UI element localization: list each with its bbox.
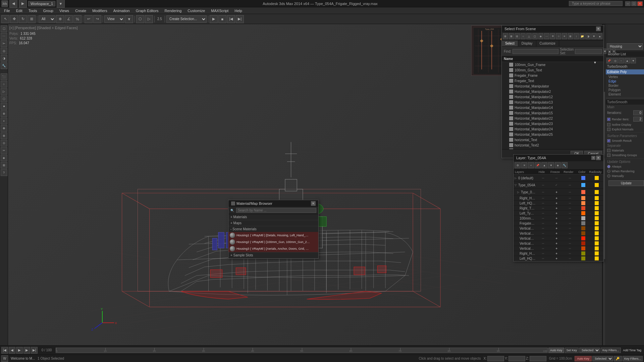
menu-animation[interactable]: Animation [111,8,132,13]
smoothing-checkbox[interactable] [607,154,610,157]
menu-file[interactable]: File [1,8,13,13]
d-sort-btn[interactable]: ↕ [574,33,579,39]
layer-move-up-btn[interactable]: ▲ [541,162,547,168]
list-item[interactable]: 100mm_Gun_Frame [502,62,603,67]
sel-set-dropdown[interactable]: ▼ [603,49,606,54]
menu-maxscript[interactable]: MAXScript [208,8,231,13]
filter-dropdown[interactable]: All [39,15,55,23]
key-filters-btn[interactable]: Key Filters... [601,348,621,353]
menu-edit[interactable]: Edit [13,8,25,13]
display-btn[interactable]: ◑ [1,55,7,62]
layer-item[interactable]: ▷ Type_054A_Mani... ─ ✦ ─ [514,189,603,196]
layer-item[interactable]: 100mm_Gun_Fr... ─ ✦ ─ [514,216,603,221]
lt6[interactable]: ⊕ [1,110,7,117]
layer-item[interactable]: Right_HQ_16_Te... ─ ✦ ─ [514,251,603,256]
d-deselect[interactable]: ⊠ [509,33,514,39]
status-key-filters[interactable]: Key Filters... [623,356,643,361]
mat-close-btn[interactable]: ✕ [311,201,316,206]
list-item[interactable]: Horizontal_Manipulator15 [502,110,603,116]
expand-icon[interactable]: ▷ [516,189,520,195]
color-sq[interactable] [577,190,590,194]
list-item[interactable]: Horizontal_Manipulator13 [502,100,603,105]
add-time-tag-btn[interactable]: Add Time Tag [622,349,643,352]
menu-graph-editors[interactable]: Graph Editors [133,8,161,13]
list-item[interactable]: Fregate_Text [502,78,603,83]
select-tool[interactable]: ↖ [1,15,9,23]
color-sq[interactable] [577,176,590,180]
radio-sq[interactable] [590,183,603,187]
maps-header[interactable]: + Maps [228,220,318,226]
lt7[interactable]: ⌖ [1,118,7,124]
selected-dropdown[interactable]: Selected [579,348,600,353]
layer-item[interactable]: Right_HQ_16_Fr... ─ ✦ ─ [514,196,603,201]
layer-item[interactable]: Left_Type_730... ─ ✦ ─ [514,211,603,216]
color-sq[interactable] [577,183,590,187]
layer-item[interactable]: Vertical_Manipu... ─ ✦ ─ [514,246,603,251]
tab-display[interactable]: Display [518,41,536,46]
color-sq[interactable] [577,206,590,210]
color-sq[interactable] [577,211,590,215]
prev-frame-btn[interactable]: ◀ [9,347,15,354]
d-filter6[interactable]: ⭘ [550,33,555,39]
sub-polygon[interactable]: Polygon [606,88,644,92]
view-dropdown[interactable]: View [104,15,124,23]
list-item[interactable]: Horizontal_Manipulator22 [502,116,603,121]
maximize-button[interactable]: □ [631,1,637,6]
d-icon-view[interactable]: ⊞ [568,33,573,39]
mod-sub-btn[interactable]: − [619,58,624,63]
list-item[interactable]: Horizontal_Manipulator25 [502,132,603,137]
render-iters-value[interactable]: 2 [633,117,643,122]
color-sq[interactable] [577,196,590,200]
color-sq[interactable] [577,216,590,220]
mod-up-btn[interactable]: ▲ [625,58,630,63]
radio-sq[interactable] [590,221,603,225]
color-sq[interactable] [577,246,590,250]
list-item[interactable]: Horizontal_Manipulator23 [502,121,603,126]
mod-pin-btn[interactable]: 📌 [606,58,612,63]
explicit-checkbox[interactable] [607,128,610,131]
layer-list[interactable]: ▷ 0 (default) ─ ─ ─ ▽ Type_054A ─ ✓ ─ ▷ … [514,175,603,261]
list-item[interactable]: Horizontal_Manipulator12 [502,94,603,100]
status-selected[interactable]: Selected [592,356,613,361]
list-item[interactable]: Horizontal_Manipulator24 [502,126,603,132]
materials-header[interactable]: + Materials [228,214,318,220]
lt13[interactable]: ⊞ [1,162,7,169]
hierarchy-btn[interactable]: ⊢ [1,40,7,47]
z-field[interactable] [530,356,546,361]
render-iters-checkbox[interactable]: ✓ [607,118,610,121]
menu-help[interactable]: Help [232,8,245,13]
layer-add-btn[interactable]: + [528,162,534,168]
layer-item[interactable]: Right_Type_73... ─ ✦ ─ [514,206,603,211]
list-item[interactable]: horizontal_Text2 [502,142,603,148]
always-radio[interactable] [607,165,610,168]
when-render-radio[interactable] [607,170,610,173]
layer-item[interactable]: Vertical_Manipu... ─ ✦ ─ [514,236,603,241]
isoline-checkbox[interactable] [607,123,610,126]
motion-btn[interactable]: ◎ [1,48,7,54]
color-sq[interactable] [577,241,590,245]
auto-key-btn[interactable]: Auto Key [548,348,564,353]
d-filter2[interactable]: △ [526,33,532,39]
view-settings[interactable]: ▼ [125,15,133,23]
iterations-value[interactable]: 0 [633,110,643,115]
status-key-btn[interactable]: 🔑 [614,356,622,361]
layer-delete-btn[interactable]: ✕ [521,162,527,168]
d-filter5[interactable]: ⋯ [544,33,549,39]
menu-views[interactable]: Views [57,8,72,13]
manually-radio[interactable] [607,174,610,178]
update-button[interactable]: Update [608,180,644,186]
menu-tools[interactable]: Tools [26,8,40,13]
expand-icon[interactable]: ▷ [514,175,518,181]
snap-percent[interactable]: % [73,15,82,23]
menu-group[interactable]: Group [40,8,56,13]
layer-close-btn[interactable]: ✕ [596,156,601,160]
radio-sq[interactable] [590,196,603,200]
color-sq[interactable] [577,256,590,260]
d-list-view[interactable]: ≡ [562,33,567,39]
scene-materials-header[interactable]: - Scene Materials [228,226,318,232]
lt2[interactable]: ○ [1,81,7,87]
layer-item[interactable]: ▽ Type_054A ─ ✓ ─ [514,182,603,189]
forward-btn[interactable]: ▶ [19,0,27,8]
sub-border[interactable]: Border [606,83,644,88]
housing-dropdown[interactable]: Housing [607,43,643,50]
